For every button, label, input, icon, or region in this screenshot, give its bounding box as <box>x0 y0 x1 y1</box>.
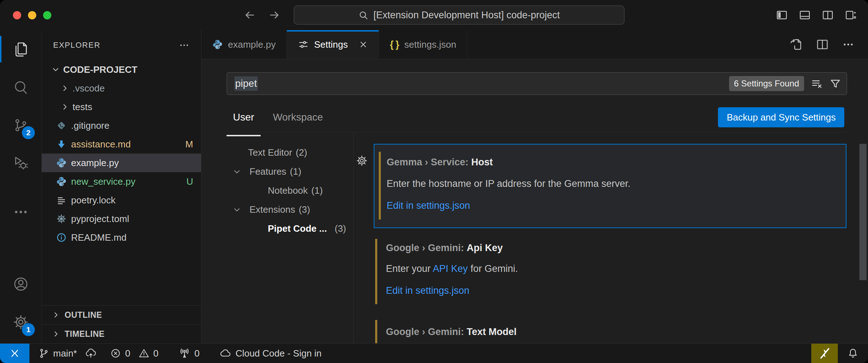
edit-settings-json-link[interactable]: Edit in settings.json <box>387 200 470 211</box>
source-control-activity-icon[interactable]: 2 <box>0 106 41 144</box>
file-row-readme[interactable]: README.md <box>42 228 201 247</box>
broadcast-tower-icon <box>178 347 191 359</box>
folder-label: .vscode <box>73 83 105 94</box>
tab-example-py[interactable]: example.py <box>201 30 287 59</box>
explorer-more-actions-icon[interactable] <box>179 40 190 51</box>
zoom-window-button[interactable] <box>43 11 51 19</box>
explorer-title: EXPLORER <box>53 41 101 50</box>
tab-settings-json[interactable]: { } settings.json <box>379 30 467 59</box>
setting-gear-icon[interactable] <box>356 155 368 167</box>
file-label: assistance.md <box>71 139 131 150</box>
file-row-pyproject[interactable]: pyproject.toml <box>42 209 201 228</box>
toggle-panel-icon[interactable] <box>798 9 811 22</box>
settings-content: Text Editor (2) Features (1) Notebook (1… <box>201 132 868 343</box>
outline-section-header[interactable]: OUTLINE <box>42 305 201 324</box>
setting-item-gemini-api-key[interactable]: Google › Gemini: Api Key Enter your API … <box>374 234 846 315</box>
flash-off-status-item[interactable] <box>811 344 838 363</box>
broadcast-status-item[interactable]: 0 <box>178 347 199 359</box>
modified-indicator <box>375 320 377 343</box>
file-label: pyproject.toml <box>71 213 129 225</box>
additional-views-icon[interactable] <box>0 196 41 228</box>
chevron-right-icon <box>52 330 60 338</box>
settings-search-input[interactable]: pipet 6 Settings Found <box>227 72 847 95</box>
toc-item-text-editor[interactable]: Text Editor (2) <box>201 143 353 162</box>
split-layout-icon[interactable] <box>821 9 834 22</box>
setting-item-gemma-host[interactable]: Gemma › Service: Host Enter the hostname… <box>374 144 846 228</box>
backup-sync-button[interactable]: Backup and Sync Settings <box>718 107 844 127</box>
tree-root-row[interactable]: CODE-PROJECT <box>42 60 201 79</box>
more-actions-icon[interactable] <box>842 38 854 51</box>
clear-search-icon[interactable] <box>811 77 823 90</box>
open-settings-json-icon[interactable] <box>789 38 803 51</box>
python-file-icon <box>56 157 67 168</box>
remote-indicator[interactable] <box>0 344 29 363</box>
toc-item-notebook[interactable]: Notebook (1) <box>201 181 353 200</box>
window-title: [Extension Development Host] code-projec… <box>373 10 560 21</box>
git-branch-icon <box>38 348 50 359</box>
explorer-activity-icon[interactable] <box>0 30 41 68</box>
filter-icon[interactable] <box>829 77 841 90</box>
setting-title: Google › Gemini: Text Model <box>386 326 517 338</box>
scope-tab-workspace[interactable]: Workspace <box>273 112 323 129</box>
setting-description: Enter the hostname or IP address for the… <box>387 178 630 189</box>
folder-row-tests[interactable]: tests <box>42 98 201 116</box>
warning-count: 0 <box>153 348 158 359</box>
json-braces-icon: { } <box>390 39 399 50</box>
customize-layout-icon[interactable] <box>844 9 857 22</box>
split-editor-icon[interactable] <box>816 38 829 51</box>
warning-icon <box>138 348 150 359</box>
manage-gear-icon[interactable]: 1 <box>0 303 41 341</box>
root-folder-label: CODE-PROJECT <box>63 64 137 75</box>
search-activity-icon[interactable] <box>0 68 41 106</box>
file-label: poetry.lock <box>71 195 116 206</box>
toc-item-extensions[interactable]: Extensions (3) <box>201 200 353 219</box>
chevron-right-icon <box>60 84 70 93</box>
edit-settings-json-link[interactable]: Edit in settings.json <box>386 285 470 296</box>
vertical-scrollbar[interactable] <box>859 144 867 280</box>
file-row-new-service[interactable]: new_service.py U <box>42 172 201 191</box>
close-tab-icon[interactable] <box>359 40 368 49</box>
status-bar: main* 0 0 0 Cloud Code - Sign i <box>0 343 868 363</box>
manage-badge: 1 <box>22 323 35 336</box>
folder-row-vscode[interactable]: .vscode <box>42 79 201 98</box>
cloud-code-status-item[interactable]: Cloud Code - Sign in <box>220 347 322 359</box>
file-label: example.py <box>71 157 119 169</box>
timeline-section-header[interactable]: TIMELINE <box>42 324 201 343</box>
setting-title: Google › Gemini: Api Key <box>386 242 503 254</box>
scope-tab-user[interactable]: User <box>233 112 254 129</box>
toc-item-features[interactable]: Features (1) <box>201 162 353 181</box>
tab-settings-active[interactable]: Settings <box>287 30 379 59</box>
command-center-search[interactable]: [Extension Development Host] code-projec… <box>294 5 625 25</box>
close-window-button[interactable] <box>13 11 21 19</box>
file-row-poetry-lock[interactable]: poetry.lock <box>42 191 201 209</box>
back-arrow-icon[interactable] <box>243 9 256 22</box>
toc-item-pipet-code[interactable]: Pipet Code ... (3) <box>201 219 353 238</box>
tab-label: Settings <box>314 39 348 50</box>
branch-status-item[interactable]: main* <box>38 347 97 359</box>
settings-sliders-icon <box>298 39 309 50</box>
problems-status-item[interactable]: 0 0 <box>110 348 158 359</box>
minimize-window-button[interactable] <box>28 11 36 19</box>
setting-item-gemini-text-model[interactable]: Google › Gemini: Text Model <box>374 320 846 343</box>
run-debug-activity-icon[interactable] <box>0 144 41 182</box>
scm-badge: 2 <box>22 126 35 139</box>
api-key-link[interactable]: API Key <box>433 263 468 274</box>
python-file-icon <box>212 39 223 50</box>
file-row-gitignore[interactable]: .gitignore <box>42 116 201 135</box>
file-tree: CODE-PROJECT .vscode tests .gitignore as… <box>42 60 201 247</box>
sync-changes-icon[interactable] <box>85 347 97 359</box>
settings-scope-tabs: User Workspace <box>233 112 323 129</box>
forward-arrow-icon[interactable] <box>268 9 281 22</box>
file-row-example-selected[interactable]: example.py <box>42 154 201 172</box>
file-label: README.md <box>71 232 127 243</box>
python-file-icon <box>56 176 67 187</box>
toggle-sidebar-icon[interactable] <box>775 9 788 22</box>
accounts-icon[interactable] <box>0 265 41 303</box>
search-query-text: pipet <box>234 76 258 91</box>
notifications-bell-icon[interactable] <box>838 347 868 359</box>
file-row-assistance[interactable]: assistance.md M <box>42 135 201 154</box>
info-file-icon <box>56 232 67 243</box>
setting-description: Enter your API Key for Gemini. <box>386 263 518 274</box>
title-bar: [Extension Development Host] code-projec… <box>0 0 868 30</box>
results-count-badge: 6 Settings Found <box>729 76 804 91</box>
